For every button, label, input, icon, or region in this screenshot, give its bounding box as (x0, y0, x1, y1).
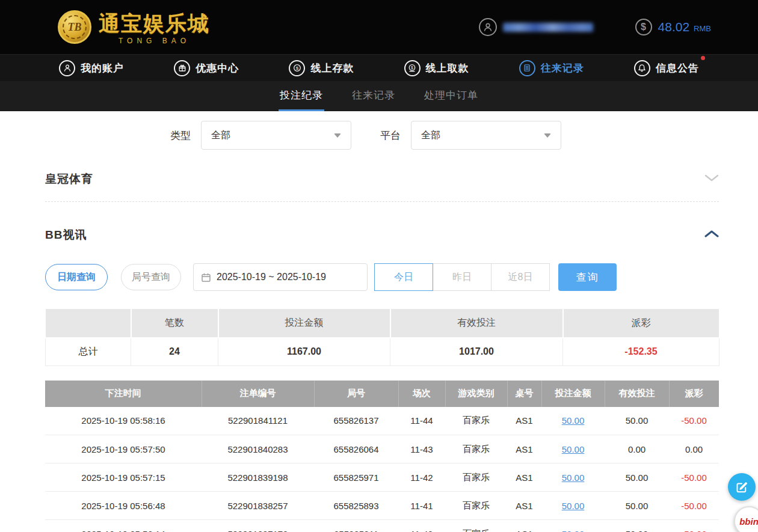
platform-select[interactable]: 全部 (411, 121, 561, 150)
nav-item-withdraw[interactable]: $ 线上取款 (404, 60, 469, 76)
logo-title: 通宝娱乐城 (99, 10, 210, 38)
summary-count: 24 (131, 338, 218, 365)
crown-sports-title: 皇冠体育 (45, 171, 93, 187)
records-icon (519, 60, 535, 76)
logo-chip-icon: TB (58, 10, 91, 44)
user-icon (59, 60, 75, 76)
query-controls: 日期查询 局号查询 2025-10-19 ~ 2025-10-19 今日 昨日 … (45, 263, 719, 291)
summary-header-bet: 投注金额 (218, 309, 390, 338)
quick-range-group: 今日 昨日 近8日 (375, 263, 550, 291)
calendar-icon (201, 272, 211, 283)
nav-item-my-account[interactable]: 我的账户 (59, 60, 124, 76)
chevron-up-icon[interactable] (704, 230, 719, 240)
date-query-button[interactable]: 日期查询 (45, 264, 108, 290)
background-strip (0, 111, 4, 532)
summary-valid-bet: 1017.00 (390, 338, 563, 365)
chevron-down-icon[interactable] (704, 174, 719, 185)
bet-records-table: 下注时间 注单编号 局号 场次 游戏类别 桌号 投注金额 有效投注 派彩 202… (45, 381, 719, 532)
svg-text:$: $ (411, 66, 413, 70)
nav-item-records[interactable]: 往来记录 (519, 60, 584, 76)
page: TB 通宝娱乐城 TONG BAO $ 48.02 RMB (0, 0, 758, 532)
top-header: TB 通宝娱乐城 TONG BAO $ 48.02 RMB (0, 0, 758, 54)
filter-row: 类型 全部 平台 全部 (170, 121, 719, 150)
bb-video-title: BB视讯 (45, 227, 87, 243)
bbin-logo-text: bbin (739, 516, 758, 527)
tab-pending-orders[interactable]: 处理中订单 (423, 81, 479, 111)
summary-header-payout: 派彩 (563, 309, 719, 338)
balance-currency: RMB (694, 21, 711, 33)
dollar-icon: $ (635, 19, 652, 35)
today-button[interactable]: 今日 (374, 263, 433, 291)
section-crown-sports[interactable]: 皇冠体育 (45, 171, 719, 187)
yesterday-button[interactable]: 昨日 (433, 263, 491, 291)
bet-amount-link[interactable]: 50.00 (562, 415, 585, 426)
type-select[interactable]: 全部 (201, 121, 351, 150)
balance[interactable]: $ 48.02 RMB (635, 19, 711, 35)
tab-bet-records[interactable]: 投注纪录 (279, 81, 324, 111)
svg-text:$: $ (296, 66, 299, 71)
username-censored (503, 23, 593, 32)
table-row: 2025-10-19 05:57:15 522901839198 6558259… (45, 463, 719, 492)
chevron-down-icon (334, 133, 341, 138)
summary-header-valid: 有效投注 (390, 309, 563, 338)
bet-amount-link[interactable]: 50.00 (562, 472, 585, 483)
user-account[interactable] (479, 18, 593, 36)
date-range-input[interactable]: 2025-10-19 ~ 2025-10-19 (193, 263, 368, 291)
last-8-days-button[interactable]: 近8日 (491, 263, 550, 291)
bell-icon (634, 60, 650, 76)
notification-dot (701, 56, 705, 60)
search-button[interactable]: 查询 (558, 263, 617, 291)
chevron-down-icon (544, 133, 551, 138)
main-content: 类型 全部 平台 全部 皇冠体育 BB视讯 (0, 121, 758, 532)
withdraw-coin-icon: $ (404, 60, 421, 76)
nav-item-promotions[interactable]: 优惠中心 (174, 60, 239, 76)
bet-amount-link[interactable]: 50.00 (562, 529, 585, 532)
summary-header-blank (46, 309, 131, 338)
deposit-coin-icon: $ (289, 60, 305, 76)
summary-payout: -152.35 (563, 338, 719, 365)
section-bb-video[interactable]: BB视讯 (45, 227, 719, 243)
nav-item-announcements[interactable]: 信息公告 (634, 60, 699, 76)
sub-nav: 投注纪录 往来记录 处理中订单 (0, 81, 758, 111)
tab-transaction-records[interactable]: 往来记录 (351, 81, 396, 111)
type-label: 类型 (170, 129, 191, 142)
nav-item-deposit[interactable]: $ 线上存款 (289, 60, 354, 76)
table-row: 2025-10-19 05:57:50 522901840283 6558260… (45, 435, 719, 463)
compose-icon (736, 481, 748, 493)
round-query-button[interactable]: 局号查询 (121, 264, 181, 290)
customer-service-button[interactable] (728, 473, 756, 501)
logo-chip-text: TB (67, 21, 81, 34)
bet-amount-link[interactable]: 50.00 (562, 501, 585, 511)
date-range-value: 2025-10-19 ~ 2025-10-19 (217, 272, 326, 283)
table-header-row: 下注时间 注单编号 局号 场次 游戏类别 桌号 投注金额 有效投注 派彩 (45, 381, 719, 407)
summary-total-label: 总计 (46, 338, 131, 365)
balance-amount: 48.02 (658, 20, 690, 34)
summary-row: 总计 24 1167.00 1017.00 -152.35 (46, 338, 719, 365)
avatar-icon (479, 18, 497, 36)
summary-header-count: 笔数 (131, 309, 218, 338)
summary-bet-amount: 1167.00 (218, 338, 390, 365)
bet-amount-link[interactable]: 50.00 (562, 444, 585, 454)
summary-table: 笔数 投注金额 有效投注 派彩 总计 24 1167.00 1017.00 -1… (45, 309, 720, 366)
table-row: 2025-10-19 05:56:48 522901838257 6558258… (45, 492, 719, 520)
table-row: 2025-10-19 05:56:14 522901837173 6558258… (45, 520, 719, 532)
logo-subtitle: TONG BAO (99, 37, 210, 45)
gift-icon (174, 60, 190, 76)
divider (45, 201, 719, 202)
site-logo[interactable]: TB 通宝娱乐城 TONG BAO (58, 10, 210, 45)
main-nav: 我的账户 优惠中心 $ 线上存款 $ 线上取款 往来记录 (0, 54, 758, 81)
platform-label: 平台 (380, 129, 401, 142)
table-row: 2025-10-19 05:58:16 522901841121 6558261… (45, 407, 719, 435)
